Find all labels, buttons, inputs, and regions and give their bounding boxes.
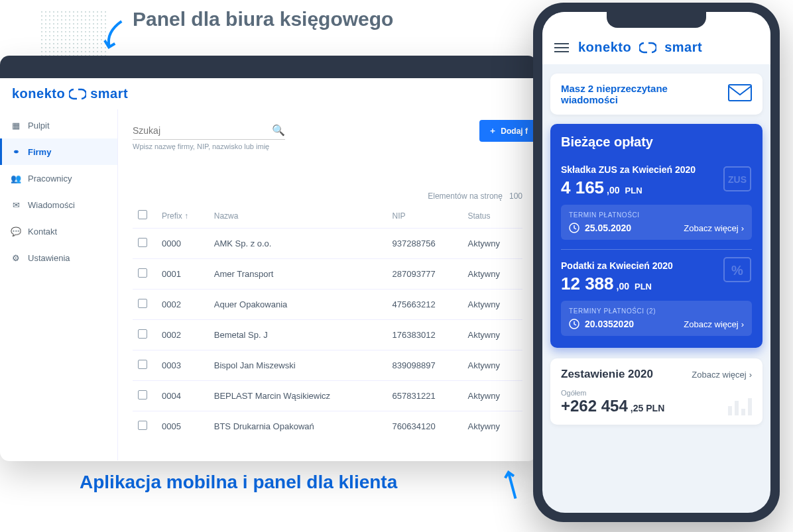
row-checkbox[interactable] [138, 360, 147, 369]
th-status[interactable]: Status [462, 203, 522, 229]
add-company-button[interactable]: ＋ Dodaj f [479, 120, 537, 142]
row-checkbox[interactable] [138, 299, 147, 308]
cell-prefix: 0005 [156, 411, 209, 442]
search-icon[interactable]: 🔍 [272, 124, 285, 136]
sidebar-label: Pulpit [28, 121, 50, 131]
sidebar-item-ustawienia[interactable]: ⚙ Ustawienia [0, 244, 117, 271]
cell-prefix: 0001 [156, 259, 209, 290]
svg-text:%: % [731, 263, 743, 278]
see-more-link[interactable]: Zobacz więcej › [684, 319, 744, 329]
deadline-date: 20.0352020 [569, 319, 634, 329]
fee-corner-icon: ZUS [723, 166, 752, 195]
table-row[interactable]: 0005BTS Drukarnia Opakowań760634120Aktyw… [133, 411, 522, 442]
sidebar-label: Pracownicy [28, 174, 72, 184]
sidebar: ▦ Pulpit ⚭ Firmy 👥 Pracownicy ✉ Wiadomoś… [0, 109, 118, 460]
total-big: +262 454 [561, 397, 628, 415]
mail-icon: ✉ [11, 199, 21, 210]
row-checkbox[interactable] [138, 329, 147, 339]
cell-name: Aquer Opakowania [209, 290, 387, 320]
sidebar-item-kontakt[interactable]: 💬 Kontakt [0, 218, 117, 244]
menu-button[interactable] [554, 43, 569, 52]
checkbox-all[interactable] [138, 210, 147, 219]
cell-name: Amer Transport [209, 259, 387, 290]
people-icon: 👥 [11, 173, 21, 184]
cell-nip: 657831221 [387, 381, 463, 411]
sidebar-item-wiadomosci[interactable]: ✉ Wiadomości [0, 191, 117, 218]
sidebar-item-pulpit[interactable]: ▦ Pulpit [0, 112, 117, 138]
plus-icon: ＋ [489, 125, 497, 136]
window-titlebar [0, 56, 537, 78]
table-row[interactable]: 0003Bispol Jan Miszewski839098897Aktywny [133, 350, 522, 381]
row-checkbox[interactable] [138, 421, 147, 430]
deadline-date: 25.05.2020 [569, 223, 631, 233]
logo-part1: konekto [12, 86, 65, 101]
cell-name: BTS Drukarnia Opakowań [209, 411, 387, 442]
cell-nip: 176383012 [387, 320, 463, 350]
total-small: ,25 [631, 403, 643, 413]
arrow-icon [97, 15, 129, 52]
table-row[interactable]: 0001Amer Transport287093777Aktywny [133, 259, 522, 290]
cell-status: Aktywny [462, 320, 522, 350]
caption-desktop: Panel dla biura księgowego [133, 8, 393, 30]
envelope-icon [728, 84, 752, 104]
total-label: Ogółem [561, 389, 752, 397]
arrow-icon [494, 467, 530, 504]
th-name[interactable]: Nazwa [209, 203, 387, 229]
table-row[interactable]: 0004BEPLAST Marcin Wąsikiewicz657831221A… [133, 381, 522, 411]
table-row[interactable]: 0000AMK Sp. z o.o.937288756Aktywny [133, 229, 522, 259]
cell-status: Aktywny [462, 350, 522, 381]
sidebar-label: Ustawienia [28, 253, 70, 263]
sidebar-label: Wiadomości [28, 200, 75, 210]
logo-part2: smart [664, 40, 702, 55]
cell-nip: 839098897 [387, 350, 463, 381]
dot-pattern [40, 10, 106, 56]
deadline-box: TERMIN PŁATNOŚCI25.05.2020Zobacz więcej … [561, 205, 752, 240]
chevron-right-icon: › [749, 370, 752, 380]
logo-part1: konekto [578, 40, 631, 55]
unread-messages-card[interactable]: Masz 2 nieprzeczytane wiadomości [550, 74, 762, 115]
table-row[interactable]: 0002Bemetal Sp. J176383012Aktywny [133, 320, 522, 350]
total-amount: +262 454 ,25 PLN [561, 397, 752, 415]
logo-link-icon [69, 88, 86, 100]
sidebar-item-firmy[interactable]: ⚭ Firmy [0, 138, 117, 165]
table-row[interactable]: 0002Aquer Opakowania475663212Aktywny [133, 290, 522, 320]
row-checkbox[interactable] [138, 390, 147, 399]
logo-link-icon [639, 42, 656, 54]
cell-prefix: 0000 [156, 229, 209, 259]
chevron-right-icon: › [741, 319, 744, 329]
see-more-link[interactable]: Zobacz więcej › [684, 223, 744, 233]
svg-rect-0 [729, 85, 751, 101]
cell-status: Aktywny [462, 411, 522, 442]
search-input[interactable] [133, 125, 272, 136]
summary-more-label: Zobacz więcej [692, 370, 746, 380]
deadline-box: TERMINY PŁATNOŚCI (2)20.0352020Zobacz wi… [561, 301, 752, 336]
search-hint: Wpisz nazwę firmy, NIP, nazwisko lub imi… [133, 142, 285, 150]
pager-value[interactable]: 100 [509, 191, 522, 201]
bar-chart-icon [728, 398, 752, 415]
summary-more[interactable]: Zobacz więcej › [692, 370, 752, 380]
cell-name: BEPLAST Marcin Wąsikiewicz [209, 381, 387, 411]
th-nip[interactable]: NIP [387, 203, 463, 229]
pager: Elementów na stronę 100 [133, 191, 522, 201]
summary-card[interactable]: Zestawienie 2020 Zobacz więcej › Ogółem … [550, 358, 762, 425]
th-prefix[interactable]: Prefix [156, 203, 209, 229]
fee-block: ZUSSkładka ZUS za Kwiecień 20204 165,00P… [561, 159, 752, 241]
sidebar-item-pracownicy[interactable]: 👥 Pracownicy [0, 165, 117, 191]
cell-status: Aktywny [462, 381, 522, 411]
cell-status: Aktywny [462, 290, 522, 320]
dashboard-icon: ▦ [11, 120, 21, 131]
logo-part2: smart [90, 86, 128, 101]
sidebar-label: Kontakt [28, 227, 57, 237]
row-checkbox[interactable] [138, 268, 147, 278]
cell-name: Bispol Jan Miszewski [209, 350, 387, 381]
deadline-title: TERMIN PŁATNOŚCI [569, 211, 744, 219]
row-checkbox[interactable] [138, 238, 147, 247]
fee-corner-icon: % [723, 256, 752, 286]
add-button-label: Dodaj f [501, 127, 528, 136]
caption-mobile: Aplikacja mobilna i panel dla klienta [80, 472, 397, 493]
cell-nip: 937288756 [387, 229, 463, 259]
gear-icon: ⚙ [11, 252, 21, 263]
companies-table: Prefix Nazwa NIP Status 0000AMK Sp. z o.… [133, 203, 522, 441]
phone-notch [607, 12, 706, 28]
app-logo: konekto smart [578, 40, 702, 55]
